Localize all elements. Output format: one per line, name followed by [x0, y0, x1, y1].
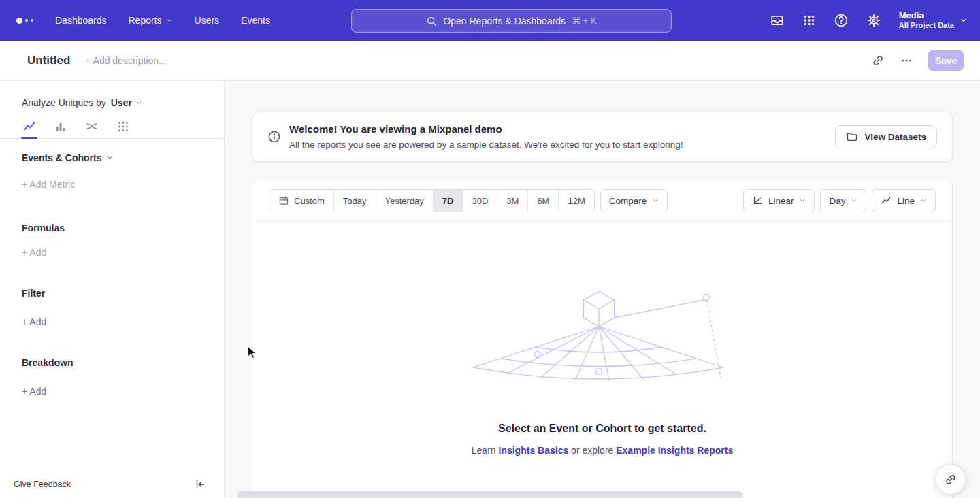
topbar-actions: Media All Project Data: [770, 0, 968, 41]
date-range-segmented-control: Custom Today Yesterday 7D 30D 3M 6M 12M: [269, 189, 595, 212]
range-3m-button[interactable]: 3M: [497, 190, 527, 212]
apps-grid-icon[interactable]: [802, 14, 816, 27]
breakdown-section-label: Breakdown: [22, 357, 73, 368]
analyze-by-dropdown[interactable]: User: [111, 97, 142, 108]
mixpanel-logo[interactable]: [16, 18, 33, 24]
tab-pivot[interactable]: [116, 115, 130, 138]
add-metric-button[interactable]: + Add Metric: [22, 179, 75, 190]
report-header-actions: Save: [871, 50, 964, 71]
nav-reports-label: Reports: [129, 15, 162, 26]
interval-label: Day: [829, 196, 845, 206]
empty-state-illustration: [473, 287, 732, 393]
chart-type-label: Line: [897, 196, 915, 206]
compare-label: Compare: [609, 196, 647, 206]
chevron-down-icon: [106, 154, 113, 161]
chart-type-dropdown[interactable]: Line: [872, 189, 936, 212]
tab-flows[interactable]: [85, 115, 99, 138]
give-feedback-link[interactable]: Give Feedback: [14, 480, 71, 489]
flows-icon: [85, 120, 99, 133]
insights-report-card: Custom Today Yesterday 7D 30D 3M 6M 12M …: [252, 180, 953, 498]
view-datasets-label: View Datasets: [864, 132, 926, 142]
bar-chart-icon: [54, 120, 67, 133]
save-button[interactable]: Save: [928, 50, 964, 71]
line-chart-icon: [22, 120, 36, 133]
empty-state-subtitle: Learn Insights Basics or explore Example…: [252, 445, 952, 456]
mixpanel-app: Dashboards Reports Users Events Open Rep…: [0, 0, 980, 498]
chart-controls: Linear Day Line: [743, 189, 936, 212]
nav-events[interactable]: Events: [241, 15, 270, 26]
empty-state-title: Select an Event or Cohort to get started…: [252, 422, 952, 435]
compare-dropdown[interactable]: Compare: [600, 189, 668, 212]
analyze-label: Analyze Uniques by: [22, 97, 106, 108]
add-description-button[interactable]: + Add description...: [85, 55, 166, 66]
range-12m-button[interactable]: 12M: [558, 190, 593, 212]
top-nav-bar: Dashboards Reports Users Events Open Rep…: [0, 0, 980, 41]
logo-dot: [31, 19, 33, 22]
logo-dot: [16, 18, 22, 24]
report-header-bar: Untitled + Add description... Save: [0, 41, 980, 81]
chevron-down-icon: [799, 197, 806, 204]
share-link-fab[interactable]: [935, 464, 966, 495]
range-custom-label: Custom: [294, 196, 325, 206]
logo-dot: [25, 19, 28, 22]
linear-scale-icon: [752, 195, 763, 206]
range-6m-button[interactable]: 6M: [527, 190, 558, 212]
primary-nav: Dashboards Reports Users Events: [55, 15, 270, 26]
chevron-down-icon: [135, 99, 142, 106]
add-formula-button[interactable]: + Add: [22, 247, 46, 258]
line-chart-icon: [881, 195, 892, 206]
horizontal-scrollbar-thumb[interactable]: [237, 491, 743, 498]
add-breakdown-button[interactable]: + Add: [22, 386, 46, 397]
calendar-icon: [278, 195, 289, 206]
chevron-down-icon: [166, 17, 173, 24]
tab-bar-chart[interactable]: [54, 115, 67, 138]
project-name: Media: [899, 10, 954, 21]
analyze-by-value: User: [111, 97, 132, 108]
insights-basics-link[interactable]: Insights Basics: [499, 445, 569, 456]
folder-icon: [846, 131, 858, 143]
nav-dashboards[interactable]: Dashboards: [55, 15, 107, 26]
inbox-icon[interactable]: [770, 13, 785, 28]
search-shortcut: ⌘ + K: [572, 16, 597, 26]
interval-dropdown[interactable]: Day: [820, 189, 866, 212]
search-icon: [426, 16, 437, 27]
formulas-section-label: Formulas: [22, 222, 65, 233]
learn-prefix: Learn: [472, 445, 496, 456]
chevron-down-icon: [652, 197, 659, 204]
events-cohorts-label: Events & Cohorts: [22, 152, 101, 163]
main-content: Welcome! You are viewing a Mixpanel demo…: [225, 81, 980, 498]
link-icon: [944, 473, 958, 486]
or-explore-text: or explore: [571, 445, 613, 456]
empty-state: Select an Event or Cohort to get started…: [252, 222, 952, 498]
nav-reports[interactable]: Reports: [129, 15, 173, 26]
sidebar-footer: Give Feedback: [0, 471, 224, 498]
tab-insights[interactable]: [22, 115, 36, 138]
help-icon[interactable]: [834, 13, 849, 28]
view-datasets-button[interactable]: View Datasets: [835, 125, 937, 148]
range-7d-button[interactable]: 7D: [433, 190, 463, 212]
banner-body: All the reports you see are powered by a…: [289, 139, 683, 151]
chevron-down-icon: [960, 16, 968, 24]
project-switcher[interactable]: Media All Project Data: [899, 10, 968, 31]
more-options-icon[interactable]: [900, 54, 913, 67]
collapse-sidebar-button[interactable]: [194, 478, 206, 491]
range-yesterday-button[interactable]: Yesterday: [376, 190, 433, 212]
global-search-bar[interactable]: Open Reports & Dashboards ⌘ + K: [351, 9, 672, 33]
demo-welcome-banner: Welcome! You are viewing a Mixpanel demo…: [252, 112, 953, 162]
nav-users[interactable]: Users: [195, 15, 220, 26]
project-scope: All Project Data: [899, 21, 954, 31]
range-today-button[interactable]: Today: [333, 190, 376, 212]
events-cohorts-section[interactable]: Events & Cohorts: [22, 152, 113, 163]
settings-gear-icon[interactable]: [866, 13, 881, 28]
search-placeholder: Open Reports & Dashboards: [443, 16, 566, 27]
copy-link-icon[interactable]: [871, 54, 885, 67]
range-30d-button[interactable]: 30D: [462, 190, 497, 212]
query-builder-sidebar: Analyze Uniques by User Events & Cohorts…: [0, 81, 225, 498]
add-filter-button[interactable]: + Add: [22, 316, 46, 327]
scale-dropdown[interactable]: Linear: [743, 189, 815, 212]
range-custom-button[interactable]: Custom: [270, 190, 333, 212]
chevron-down-icon: [851, 197, 858, 204]
example-insights-reports-link[interactable]: Example Insights Reports: [616, 445, 733, 456]
report-title[interactable]: Untitled: [27, 54, 70, 67]
report-toolbar: Custom Today Yesterday 7D 30D 3M 6M 12M …: [252, 180, 952, 222]
